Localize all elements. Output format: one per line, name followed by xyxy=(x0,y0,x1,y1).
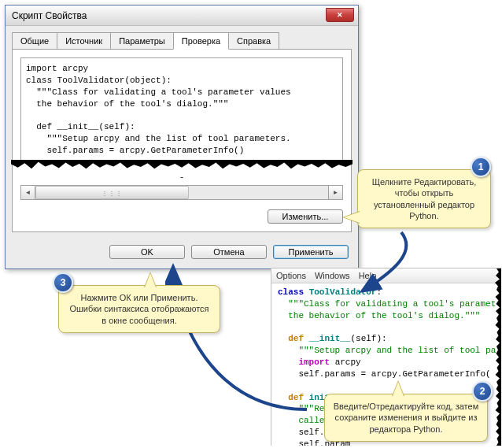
step-badge-1: 1 xyxy=(471,157,491,177)
script-properties-dialog: Скрипт Свойства ✕ Общие Источник Парамет… xyxy=(5,5,359,269)
ok-button[interactable]: OK xyxy=(109,245,185,259)
tab-panel-validation: import arcpy class ToolValidator(object)… xyxy=(12,49,352,232)
torn-edge-decoration xyxy=(11,160,353,171)
tab-parameters[interactable]: Параметры xyxy=(110,32,174,49)
scroll-right-arrow-icon[interactable]: ► xyxy=(328,186,342,199)
tab-source[interactable]: Источник xyxy=(57,32,111,49)
tab-validation[interactable]: Проверка xyxy=(173,32,229,50)
menu-help[interactable]: Help xyxy=(359,271,377,280)
horizontal-scrollbar[interactable]: ◄ ⋮⋮⋮ ► xyxy=(20,185,343,200)
callout-step-1: Щелкните Редактировать, чтобы открыть ус… xyxy=(357,169,491,228)
edit-button[interactable]: Изменить... xyxy=(268,209,343,224)
apply-button[interactable]: Применить xyxy=(273,245,349,259)
tab-help[interactable]: Справка xyxy=(228,32,279,49)
editor-menubar[interactable]: Options Windows Help xyxy=(271,268,501,283)
callout-step-3: Нажмите ОК или Применить. Ошибки синтакс… xyxy=(58,285,220,333)
menu-options[interactable]: Options xyxy=(276,271,306,280)
callout-2-text: Введите/Отредактируйте код, затем сохран… xyxy=(334,402,478,434)
cancel-button[interactable]: Отмена xyxy=(191,245,267,259)
callout-pointer-icon xyxy=(342,211,360,224)
scroll-left-arrow-icon[interactable]: ◄ xyxy=(21,186,35,199)
tab-general[interactable]: Общие xyxy=(12,32,57,49)
callout-3-text: Нажмите ОК или Применить. Ошибки синтакс… xyxy=(69,293,209,325)
dash-text: - xyxy=(20,171,343,183)
callout-step-2: Введите/Отредактируйте код, затем сохран… xyxy=(324,394,488,442)
title-bar[interactable]: Скрипт Свойства ✕ xyxy=(6,6,358,26)
dialog-button-row: OK Отмена Применить xyxy=(6,239,358,268)
step-badge-2: 2 xyxy=(472,381,493,402)
menu-windows[interactable]: Windows xyxy=(315,271,350,280)
validation-code-textarea[interactable]: import arcpy class ToolValidator(object)… xyxy=(20,57,343,161)
callout-pointer-icon xyxy=(392,380,404,396)
dialog-title: Скрипт Свойства xyxy=(12,10,87,21)
tab-strip: Общие Источник Параметры Проверка Справк… xyxy=(6,26,358,49)
callout-1-text: Щелкните Редактировать, чтобы открыть ус… xyxy=(372,177,477,220)
step-badge-3: 3 xyxy=(53,272,73,293)
scroll-track[interactable]: ⋮⋮⋮ xyxy=(35,186,328,199)
scroll-thumb[interactable]: ⋮⋮⋮ xyxy=(35,186,189,199)
callout-pointer-icon xyxy=(144,272,157,287)
close-button[interactable]: ✕ xyxy=(326,8,354,22)
close-icon: ✕ xyxy=(337,11,343,19)
